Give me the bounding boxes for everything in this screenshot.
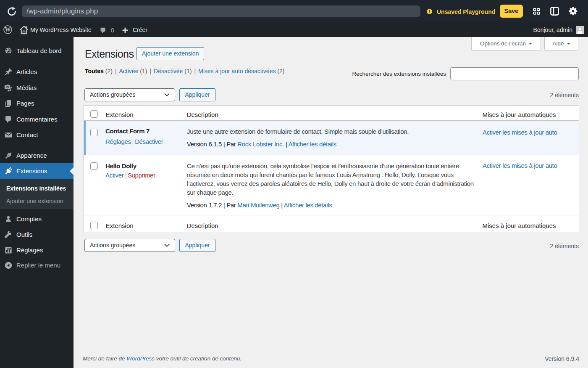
svg-text:W: W <box>5 26 11 33</box>
